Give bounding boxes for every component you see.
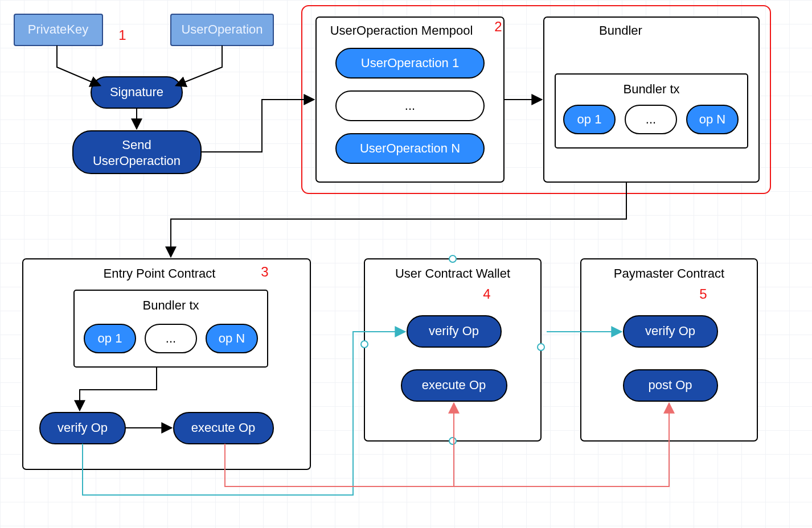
teal-dot-4 — [449, 438, 456, 444]
mempool-op-1-label: UserOperaction 1 — [361, 56, 459, 70]
send-label-1: Send — [122, 138, 151, 152]
bundler-title: Bundler — [599, 23, 642, 38]
bundler-op-n-label: op N — [699, 112, 725, 126]
wallet-title: User Contract Wallet — [395, 266, 510, 280]
paymaster-post-label: post Op — [648, 378, 692, 392]
entry-execute-label: execute Op — [191, 420, 256, 435]
mempool-op-dots-label: ... — [405, 98, 415, 113]
bundler-op-dots-label: ... — [646, 112, 656, 126]
entry-title: Entry Point Contract — [104, 266, 216, 280]
entry-op-1-label: op 1 — [98, 331, 122, 345]
bundler-op-1-label: op 1 — [577, 112, 602, 126]
arrow-uo-to-sig — [177, 46, 222, 85]
entry-verify-label: verify Op — [58, 420, 108, 435]
step-1-label: 1 — [118, 27, 126, 43]
step-4-label: 4 — [483, 286, 490, 302]
bundler-tx-title: Bundler tx — [623, 82, 679, 96]
entry-op-n-label: op N — [219, 331, 245, 345]
private-key-label: PrivateKey — [28, 22, 88, 36]
arrow-send-to-mempool — [201, 100, 313, 152]
user-op-label: UserOperation — [181, 22, 263, 36]
teal-dot-2 — [449, 255, 456, 262]
mempool-op-n-label: UserOperaction N — [360, 141, 460, 155]
entry-tx-title: Bundler tx — [142, 298, 199, 312]
teal-dot-1 — [361, 341, 368, 348]
wallet-verify-label: verify Op — [429, 324, 479, 338]
step-3-label: 3 — [261, 264, 268, 279]
teal-dot-3 — [538, 344, 544, 350]
send-label-2: UserOperaction — [93, 154, 181, 168]
paymaster-title: Paymaster Contract — [614, 266, 724, 280]
entry-op-dots-label: ... — [166, 331, 176, 345]
mempool-title: UserOperaction Mempool — [330, 23, 473, 38]
arrow-pk-to-sig — [57, 46, 100, 85]
wallet-execute-label: execute Op — [422, 378, 486, 392]
step-2-label: 2 — [494, 19, 502, 34]
diagram-canvas: PrivateKey UserOperation 1 Signature Sen… — [0, 0, 812, 528]
wallet-box — [364, 259, 541, 441]
paymaster-verify-label: verify Op — [645, 324, 695, 338]
signature-label: Signature — [110, 85, 163, 99]
step-5-label: 5 — [699, 286, 707, 302]
